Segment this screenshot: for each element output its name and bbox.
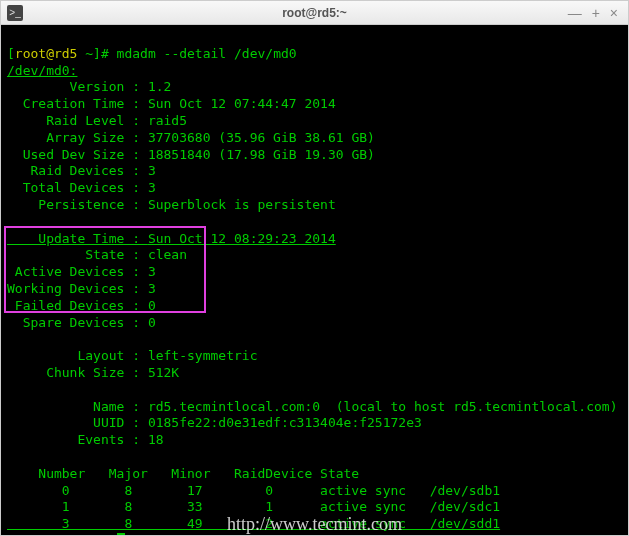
minimize-button[interactable]: — [568,6,582,20]
terminal-icon: >_ [7,5,23,21]
row-adev: Active Devices : 3 [7,264,156,279]
row-usize: Used Dev Size : 18851840 (17.98 GiB 19.3… [7,147,375,162]
device-header: /dev/md0: [7,63,77,78]
terminal-body[interactable]: [root@rd5 ~]# mdadm --detail /dev/md0 /d… [1,25,628,535]
row-asize: Array Size : 37703680 (35.96 GiB 38.61 G… [7,130,375,145]
row-name: Name : rd5.tecmintlocal.com:0 (local to … [7,399,618,414]
cursor [117,533,125,535]
maximize-button[interactable]: + [592,6,600,20]
row-wdev: Working Devices : 3 [7,281,156,296]
window-title: root@rd5:~ [1,6,628,20]
titlebar[interactable]: >_ root@rd5:~ — + × [1,1,628,25]
row-rdev: Raid Devices : 3 [7,163,156,178]
row-layout: Layout : left-symmetric [7,348,257,363]
row-state: State : clean [7,247,195,262]
row-uuid: UUID : 0185fe22:d0e31edf:c313404e:f25172… [7,415,422,430]
row-tdev: Total Devices : 3 [7,180,156,195]
row-sdev: Spare Devices : 0 [7,315,156,330]
table-header: Number Major Minor RaidDevice State [7,466,359,481]
prompt-line-2: [root@rd5 ~]# [7,533,125,535]
row-pers: Persistence : Superblock is persistent [7,197,336,212]
terminal-window: >_ root@rd5:~ — + × [root@rd5 ~]# mdadm … [0,0,629,536]
table-row: 3 8 49 2 active sync /dev/sdd1 [7,516,500,531]
row-chunk: Chunk Size : 512K [7,365,179,380]
row-fdev: Failed Devices : 0 [7,298,156,313]
prompt-line: [root@rd5 ~]# mdadm --detail /dev/md0 [7,46,297,61]
close-button[interactable]: × [610,6,618,20]
row-level: Raid Level : raid5 [7,113,187,128]
row-version: Version : 1.2 [7,79,171,94]
row-ctime: Creation Time : Sun Oct 12 07:44:47 2014 [7,96,336,111]
row-events: Events : 18 [7,432,164,447]
row-utime: Update Time : Sun Oct 12 08:29:23 2014 [7,231,336,246]
table-row: 1 8 33 1 active sync /dev/sdc1 [7,499,500,514]
window-controls: — + × [568,6,628,20]
table-row: 0 8 17 0 active sync /dev/sdb1 [7,483,500,498]
